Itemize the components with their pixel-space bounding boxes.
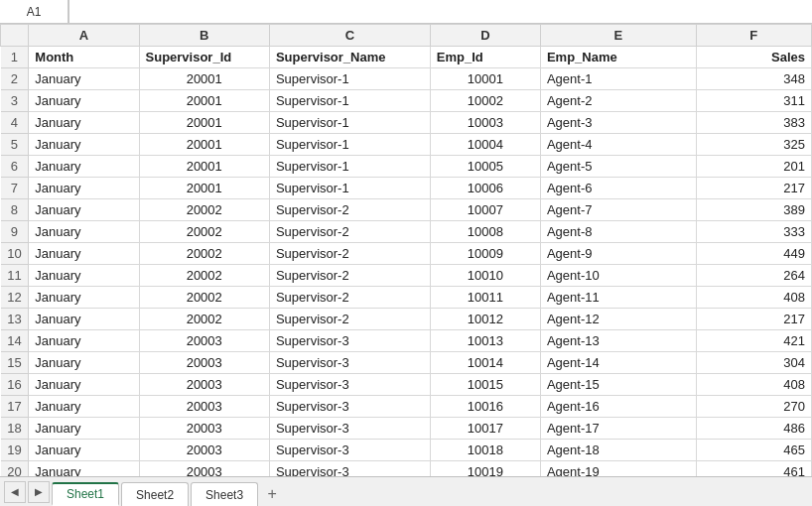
sheet-tab-sheet2[interactable]: Sheet2 bbox=[121, 482, 189, 506]
cell-month[interactable]: January bbox=[29, 178, 139, 199]
header-emp-id[interactable]: Emp_Id bbox=[430, 47, 540, 68]
cell-sales[interactable]: 311 bbox=[696, 90, 811, 112]
cell-supervisor-id[interactable]: 20001 bbox=[139, 90, 269, 112]
cell-sales[interactable]: 465 bbox=[696, 440, 811, 461]
cell-month[interactable]: January bbox=[29, 265, 139, 287]
cell-month[interactable]: January bbox=[29, 287, 139, 309]
cell-month[interactable]: January bbox=[29, 418, 139, 440]
add-sheet-button[interactable]: + bbox=[260, 482, 284, 506]
cell-emp-name[interactable]: Agent-1 bbox=[540, 68, 696, 90]
cell-supervisor-name[interactable]: Supervisor-2 bbox=[269, 243, 430, 265]
cell-supervisor-name[interactable]: Supervisor-1 bbox=[269, 156, 430, 178]
cell-emp-id[interactable]: 10017 bbox=[430, 418, 540, 440]
header-month[interactable]: Month bbox=[29, 47, 139, 68]
cell-supervisor-name[interactable]: Supervisor-1 bbox=[269, 178, 430, 199]
cell-supervisor-id[interactable]: 20002 bbox=[139, 287, 269, 309]
cell-emp-id[interactable]: 10018 bbox=[430, 440, 540, 461]
cell-emp-id[interactable]: 10015 bbox=[430, 374, 540, 396]
cell-supervisor-id[interactable]: 20001 bbox=[139, 68, 269, 90]
cell-month[interactable]: January bbox=[29, 221, 139, 243]
cell-emp-name[interactable]: Agent-5 bbox=[540, 156, 696, 178]
cell-emp-id[interactable]: 10005 bbox=[430, 156, 540, 178]
cell-month[interactable]: January bbox=[29, 156, 139, 178]
cell-emp-id[interactable]: 10013 bbox=[430, 330, 540, 352]
cell-emp-name[interactable]: Agent-19 bbox=[540, 461, 696, 477]
cell-sales[interactable]: 333 bbox=[696, 221, 811, 243]
cell-month[interactable]: January bbox=[29, 396, 139, 418]
col-header-f[interactable]: F bbox=[696, 25, 811, 47]
cell-sales[interactable]: 325 bbox=[696, 134, 811, 156]
cell-emp-name[interactable]: Agent-18 bbox=[540, 440, 696, 461]
cell-supervisor-name[interactable]: Supervisor-2 bbox=[269, 309, 430, 330]
col-header-a[interactable]: A bbox=[29, 25, 139, 47]
cell-emp-id[interactable]: 10008 bbox=[430, 221, 540, 243]
cell-supervisor-name[interactable]: Supervisor-3 bbox=[269, 440, 430, 461]
cell-month[interactable]: January bbox=[29, 309, 139, 330]
cell-emp-name[interactable]: Agent-7 bbox=[540, 199, 696, 221]
cell-emp-id[interactable]: 10001 bbox=[430, 68, 540, 90]
cell-supervisor-name[interactable]: Supervisor-3 bbox=[269, 461, 430, 477]
cell-supervisor-name[interactable]: Supervisor-3 bbox=[269, 396, 430, 418]
cell-emp-id[interactable]: 10007 bbox=[430, 199, 540, 221]
cell-month[interactable]: January bbox=[29, 330, 139, 352]
col-header-c[interactable]: C bbox=[269, 25, 430, 47]
cell-month[interactable]: January bbox=[29, 374, 139, 396]
cell-supervisor-id[interactable]: 20002 bbox=[139, 243, 269, 265]
cell-emp-name[interactable]: Agent-2 bbox=[540, 90, 696, 112]
cell-sales[interactable]: 461 bbox=[696, 461, 811, 477]
cell-month[interactable]: January bbox=[29, 352, 139, 374]
cell-emp-id[interactable]: 10014 bbox=[430, 352, 540, 374]
cell-sales[interactable]: 217 bbox=[696, 178, 811, 199]
cell-supervisor-id[interactable]: 20001 bbox=[139, 134, 269, 156]
cell-month[interactable]: January bbox=[29, 68, 139, 90]
name-box[interactable]: A1 bbox=[0, 0, 69, 23]
header-supervisor-id[interactable]: Supervisor_Id bbox=[139, 47, 269, 68]
cell-supervisor-id[interactable]: 20002 bbox=[139, 265, 269, 287]
cell-emp-id[interactable]: 10006 bbox=[430, 178, 540, 199]
cell-sales[interactable]: 421 bbox=[696, 330, 811, 352]
cell-emp-name[interactable]: Agent-17 bbox=[540, 418, 696, 440]
cell-supervisor-name[interactable]: Supervisor-3 bbox=[269, 352, 430, 374]
col-header-b[interactable]: B bbox=[139, 25, 269, 47]
cell-emp-name[interactable]: Agent-15 bbox=[540, 374, 696, 396]
cell-emp-id[interactable]: 10011 bbox=[430, 287, 540, 309]
header-emp-name[interactable]: Emp_Name bbox=[540, 47, 696, 68]
cell-supervisor-name[interactable]: Supervisor-1 bbox=[269, 112, 430, 134]
cell-supervisor-id[interactable]: 20002 bbox=[139, 309, 269, 330]
cell-emp-id[interactable]: 10009 bbox=[430, 243, 540, 265]
cell-sales[interactable]: 408 bbox=[696, 287, 811, 309]
cell-supervisor-name[interactable]: Supervisor-3 bbox=[269, 374, 430, 396]
cell-emp-id[interactable]: 10012 bbox=[430, 309, 540, 330]
cell-supervisor-id[interactable]: 20003 bbox=[139, 330, 269, 352]
cell-emp-id[interactable]: 10019 bbox=[430, 461, 540, 477]
cell-supervisor-name[interactable]: Supervisor-3 bbox=[269, 418, 430, 440]
col-header-d[interactable]: D bbox=[430, 25, 540, 47]
cell-supervisor-name[interactable]: Supervisor-1 bbox=[269, 134, 430, 156]
cell-emp-name[interactable]: Agent-11 bbox=[540, 287, 696, 309]
cell-sales[interactable]: 201 bbox=[696, 156, 811, 178]
cell-sales[interactable]: 383 bbox=[696, 112, 811, 134]
cell-sales[interactable]: 449 bbox=[696, 243, 811, 265]
cell-supervisor-id[interactable]: 20001 bbox=[139, 178, 269, 199]
cell-supervisor-id[interactable]: 20001 bbox=[139, 156, 269, 178]
header-sales[interactable]: Sales bbox=[696, 47, 811, 68]
cell-month[interactable]: January bbox=[29, 461, 139, 477]
cell-sales[interactable]: 270 bbox=[696, 396, 811, 418]
cell-supervisor-id[interactable]: 20003 bbox=[139, 418, 269, 440]
cell-supervisor-id[interactable]: 20001 bbox=[139, 112, 269, 134]
header-supervisor-name[interactable]: Supervisor_Name bbox=[269, 47, 430, 68]
cell-supervisor-id[interactable]: 20003 bbox=[139, 396, 269, 418]
cell-emp-id[interactable]: 10016 bbox=[430, 396, 540, 418]
cell-supervisor-id[interactable]: 20002 bbox=[139, 199, 269, 221]
cell-supervisor-id[interactable]: 20003 bbox=[139, 352, 269, 374]
cell-supervisor-id[interactable]: 20003 bbox=[139, 374, 269, 396]
cell-month[interactable]: January bbox=[29, 112, 139, 134]
cell-emp-name[interactable]: Agent-16 bbox=[540, 396, 696, 418]
cell-emp-name[interactable]: Agent-12 bbox=[540, 309, 696, 330]
cell-supervisor-name[interactable]: Supervisor-3 bbox=[269, 330, 430, 352]
cell-supervisor-name[interactable]: Supervisor-1 bbox=[269, 90, 430, 112]
cell-supervisor-name[interactable]: Supervisor-2 bbox=[269, 221, 430, 243]
cell-supervisor-name[interactable]: Supervisor-2 bbox=[269, 265, 430, 287]
col-header-e[interactable]: E bbox=[540, 25, 696, 47]
cell-sales[interactable]: 217 bbox=[696, 309, 811, 330]
